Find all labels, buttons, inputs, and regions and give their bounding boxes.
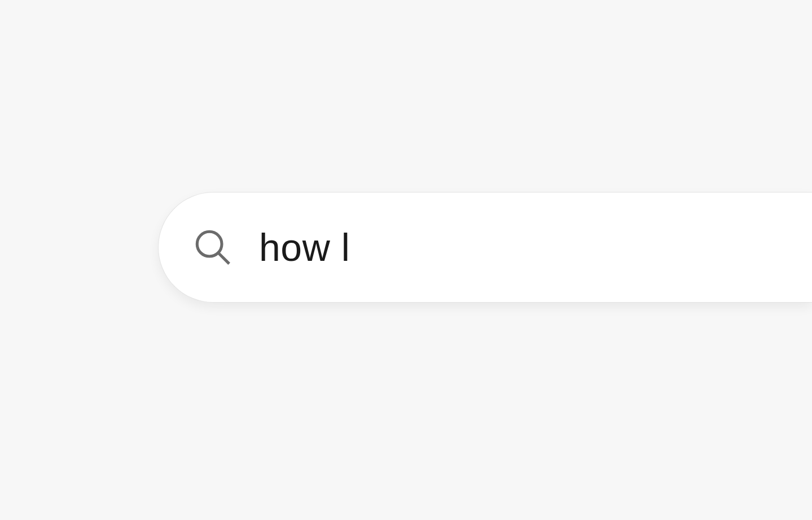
search-bar[interactable] bbox=[158, 192, 812, 303]
search-input[interactable] bbox=[259, 225, 812, 269]
search-icon bbox=[192, 227, 233, 268]
svg-line-1 bbox=[218, 253, 229, 264]
svg-point-0 bbox=[197, 231, 222, 256]
